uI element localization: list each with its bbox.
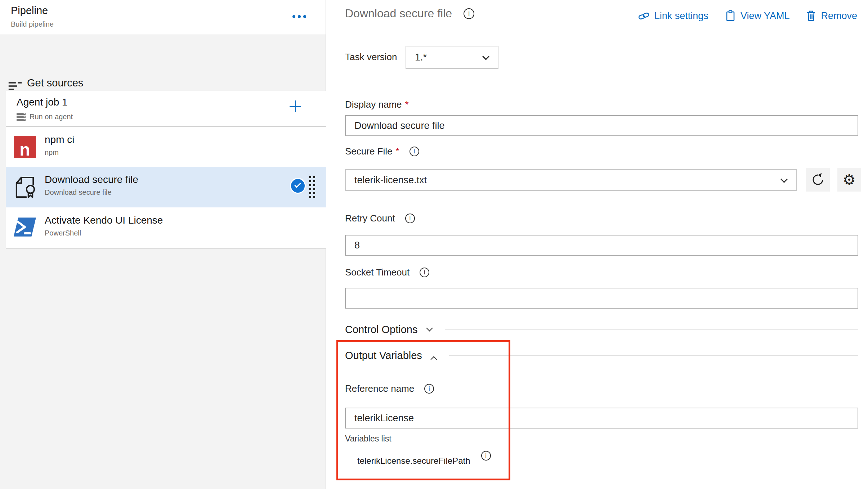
chevron-down-icon [482, 53, 489, 60]
socket-timeout-label: Socket Timeout i [345, 267, 429, 278]
output-variables-label: Output Variables [345, 350, 422, 362]
info-icon[interactable]: i [410, 147, 419, 156]
secure-file-icon [14, 176, 36, 198]
drag-handle[interactable] [309, 176, 315, 198]
add-task-button[interactable] [288, 99, 303, 113]
steps-icon [8, 81, 22, 91]
pipeline-subtitle: Build pipeline [11, 20, 54, 28]
gear-button[interactable]: ⚙ [837, 168, 861, 192]
refresh-button[interactable] [806, 168, 830, 192]
task-version-label: Task version [345, 51, 397, 63]
retry-count-label: Retry Count i [345, 213, 415, 224]
variables-list-label: Variables list [345, 434, 392, 444]
variable-name: telerikLicense.secureFilePath [357, 456, 470, 466]
task-title: Activate Kendo UI License [45, 215, 163, 226]
display-name-input[interactable] [345, 115, 858, 136]
variable-item: telerikLicense.secureFilePath i [357, 456, 491, 466]
section-divider [445, 329, 859, 330]
task-settings-panel: Download secure file i Link settings Vie… [327, 0, 868, 489]
view-yaml-button[interactable]: View YAML [725, 10, 790, 22]
pipeline-sidebar: Pipeline Build pipeline Get sources pipe… [0, 0, 326, 489]
task-title: npm ci [45, 134, 74, 145]
pipeline-title: Pipeline [11, 5, 48, 17]
required-asterisk: * [405, 99, 409, 110]
powershell-icon [14, 217, 36, 239]
view-yaml-label: View YAML [741, 10, 790, 22]
task-title: Download secure file [45, 174, 138, 185]
chevron-down-icon [780, 176, 788, 183]
retry-count-input[interactable] [345, 235, 858, 256]
task-row-activate-kendo[interactable]: Activate Kendo UI License PowerShell [6, 207, 326, 248]
reference-name-label: Reference name i [345, 383, 434, 394]
info-icon[interactable]: i [464, 8, 474, 19]
sidebar-header: Pipeline Build pipeline [0, 0, 326, 34]
agent-job-header[interactable]: Agent job 1 Run on agent [6, 91, 326, 127]
task-version-dropdown[interactable]: 1.* [406, 46, 498, 69]
info-icon[interactable]: i [420, 268, 429, 277]
agent-icon [17, 113, 26, 121]
secure-file-value: telerik-license.txt [354, 175, 427, 186]
info-icon[interactable]: i [405, 214, 415, 223]
remove-button[interactable]: Remove [806, 10, 857, 22]
link-icon [638, 11, 650, 21]
task-subtitle: npm [45, 148, 59, 157]
display-name-label: Display name* [345, 99, 409, 110]
link-settings-label: Link settings [654, 10, 708, 22]
task-row-download-secure-file[interactable]: Download secure file Download secure fil… [6, 167, 326, 207]
task-version-value: 1.* [415, 52, 427, 63]
required-asterisk: * [396, 146, 399, 157]
info-icon[interactable]: i [481, 451, 491, 461]
clipboard-icon [725, 10, 736, 22]
section-divider [449, 355, 858, 356]
chevron-down-icon [426, 325, 433, 331]
output-variables-section[interactable]: Output Variables [345, 350, 858, 362]
control-options-section[interactable]: Control Options [345, 324, 858, 336]
panel-title-row: Download secure file i [345, 7, 474, 20]
info-icon[interactable]: i [424, 384, 434, 394]
secure-file-label: Secure File* i [345, 146, 419, 157]
link-settings-button[interactable]: Link settings [638, 10, 708, 22]
get-sources-title: Get sources [27, 77, 83, 89]
header-actions: Link settings View YAML Remove [638, 10, 857, 22]
task-subtitle: Download secure file [45, 188, 112, 197]
socket-timeout-input[interactable] [345, 288, 858, 309]
secure-file-dropdown[interactable]: telerik-license.txt [345, 169, 797, 191]
agent-job-subtitle: Run on agent [30, 113, 73, 121]
control-options-label: Control Options [345, 324, 418, 336]
remove-label: Remove [821, 10, 857, 22]
npm-icon: n [14, 136, 36, 158]
agent-job-title: Agent job 1 [17, 97, 68, 108]
task-row-npm-ci[interactable]: n npm ci npm [6, 127, 326, 167]
chevron-up-icon [430, 356, 437, 363]
more-menu-button[interactable] [290, 13, 308, 20]
reference-name-input[interactable] [345, 408, 858, 429]
trash-icon [806, 10, 816, 22]
task-subtitle: PowerShell [45, 229, 81, 237]
agent-job-card: Agent job 1 Run on agent n npm ci [6, 91, 326, 249]
panel-title: Download secure file [345, 7, 452, 20]
task-enabled-check-icon[interactable] [290, 178, 306, 194]
get-sources-item[interactable]: Get sources pipelines-test main [0, 35, 326, 88]
